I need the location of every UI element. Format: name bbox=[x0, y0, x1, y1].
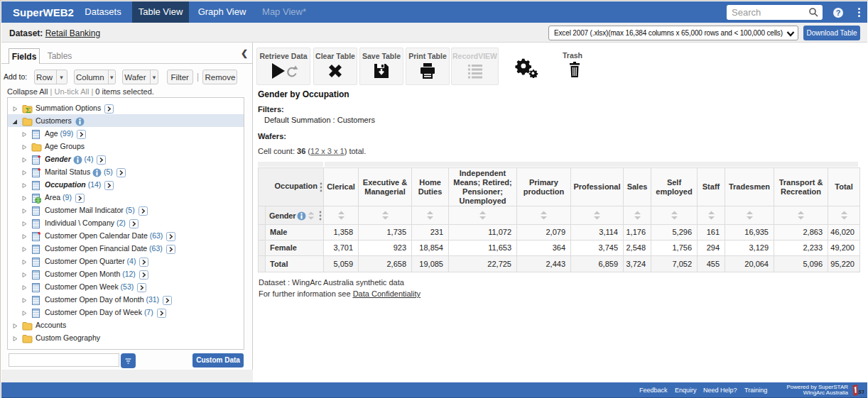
svg-text:ST: ST bbox=[858, 389, 864, 395]
svg-text:Σ: Σ bbox=[26, 105, 31, 114]
